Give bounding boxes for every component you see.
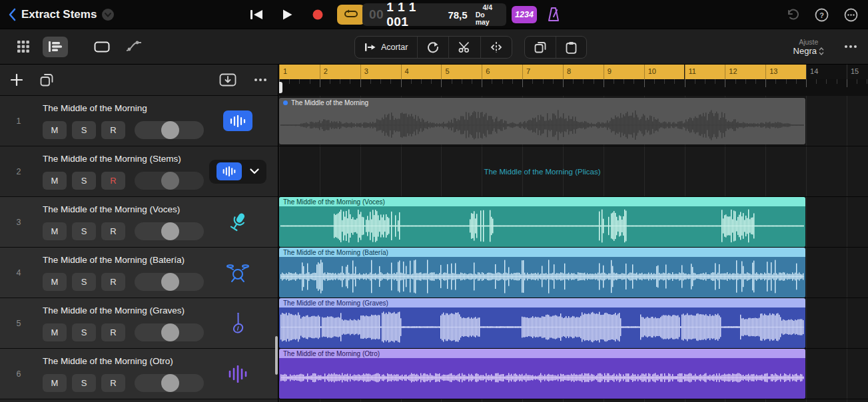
audio-region[interactable]: The Middle of the Morning (Otro) [279,349,805,399]
bar-number[interactable]: 1 [279,65,320,79]
track-name[interactable]: The Middle of the Morning (Voces) [43,204,180,214]
mute-button[interactable]: M [43,172,67,190]
track-row[interactable]: 6 The Middle of the Morning (Otro) M S R [0,349,278,399]
volume-knob[interactable] [161,273,179,291]
volume-knob[interactable] [161,121,179,139]
region-select-tool-icon[interactable] [89,37,115,57]
record-enable-button[interactable]: R [101,121,125,139]
track-icon-audio-waveform[interactable] [209,96,267,146]
mute-button[interactable]: M [43,323,67,341]
track-list-more-icon[interactable] [254,78,267,82]
lcd-display[interactable]: 00 1 1 1 001 78,5 4/4 Do may [362,3,506,26]
loop-region-icon[interactable] [418,37,449,58]
playhead-handle[interactable] [279,82,282,93]
volume-slider[interactable] [135,273,204,291]
bar-number[interactable]: 11 [685,65,725,79]
bar-number[interactable]: 7 [522,65,563,79]
bar-number[interactable]: 5 [441,65,482,79]
split-scissors-icon[interactable] [449,37,481,58]
join-regions-icon[interactable] [481,37,512,58]
track-icon-stack[interactable] [209,146,267,196]
region-lane[interactable]: The Middle of the Morning (Graves) [279,298,868,349]
more-options-icon[interactable] [843,7,859,23]
volume-knob[interactable] [161,323,179,341]
region-lane[interactable]: The Middle of the Morning (Voces) [279,197,868,248]
track-row[interactable]: 1 The Middle of the Morning M S R [0,96,278,146]
bar-number[interactable]: 13 [765,65,806,79]
add-track-button[interactable] [11,74,23,86]
solo-button[interactable]: S [72,374,96,392]
snap-control[interactable]: Ajuste Negra [793,37,824,56]
column-splitter-handle[interactable] [275,336,278,375]
track-icon-waveform[interactable] [209,349,267,399]
automation-tool-icon[interactable] [121,37,147,57]
region-lane[interactable]: The Middle of the Morning [279,96,868,146]
track-row[interactable]: 5 The Middle of the Morning (Graves) M S… [0,298,278,349]
record-enable-button[interactable]: R [101,374,125,392]
mute-button[interactable]: M [43,121,67,139]
copy-icon[interactable] [525,37,556,58]
bar-ruler-area[interactable]: 123456789101112131415 [279,65,868,96]
bar-number[interactable]: 2 [320,65,360,79]
record-enable-button[interactable]: R [101,172,125,190]
track-row[interactable]: 3 The Middle of the Morning (Voces) M S … [0,197,278,248]
track-row[interactable]: 2 The Middle of the Morning (Stems) M S … [0,146,278,197]
record-enable-button[interactable]: R [101,222,125,240]
trim-button[interactable]: Acortar [355,37,418,58]
record-enable-button[interactable]: R [101,323,125,341]
region-lane[interactable]: The Middle of the Morning (Otro) [279,349,868,399]
volume-slider[interactable] [135,121,204,139]
bar-number[interactable]: 8 [563,65,604,79]
help-icon[interactable]: ? [813,7,829,23]
browser-grid-icon[interactable] [11,37,36,57]
bar-number[interactable]: 14 [806,65,847,79]
volume-knob[interactable] [161,374,179,392]
go-to-beginning-button[interactable] [245,5,268,25]
solo-button[interactable]: S [72,323,96,341]
volume-knob[interactable] [161,222,179,240]
tracks-view-icon[interactable] [43,37,68,57]
track-name[interactable]: The Middle of the Morning (Graves) [43,305,185,315]
record-button[interactable] [306,5,329,25]
mute-button[interactable]: M [43,273,67,291]
mute-button[interactable]: M [43,374,67,392]
track-row[interactable]: 4 The Middle of the Morning (Batería) M … [0,248,278,298]
undo-icon[interactable] [784,7,800,23]
volume-slider[interactable] [135,374,204,392]
solo-button[interactable]: S [72,121,96,139]
audio-region[interactable]: The Middle of the Morning (Graves) [279,298,805,348]
count-in-button[interactable]: 1234 [512,6,537,23]
volume-slider[interactable] [135,323,204,341]
paste-clipboard-icon[interactable] [556,37,586,58]
back-icon[interactable] [8,8,16,21]
mute-button[interactable]: M [43,222,67,240]
track-icon-drums[interactable] [209,248,267,298]
region-lane[interactable]: The Middle of the Morning (Plicas) [279,146,868,197]
hide-tracks-icon[interactable] [219,73,236,87]
metronome-icon[interactable] [544,5,564,24]
toolbar-more-icon[interactable] [844,45,857,49]
volume-slider[interactable] [135,172,204,190]
bar-number[interactable]: 6 [482,65,522,79]
track-name[interactable]: The Middle of the Morning (Otro) [43,356,173,366]
collapse-stack-chevron-icon[interactable] [250,168,259,174]
solo-button[interactable]: S [72,222,96,240]
track-icon-bass[interactable] [209,298,267,348]
audio-region[interactable]: The Middle of the Morning (Batería) [279,248,805,298]
solo-button[interactable]: S [72,172,96,190]
track-name[interactable]: The Middle of the Morning (Stems) [43,154,181,164]
solo-button[interactable]: S [72,273,96,291]
record-enable-button[interactable]: R [101,273,125,291]
bar-number[interactable]: 12 [725,65,765,79]
volume-knob[interactable] [161,172,179,190]
bar-number[interactable]: 15 [847,65,868,79]
audio-region[interactable]: The Middle of the Morning [279,98,805,144]
play-button[interactable] [276,5,298,25]
bar-number[interactable]: 9 [604,65,644,79]
track-icon-microphone[interactable] [209,197,267,247]
bar-number[interactable]: 10 [644,65,685,79]
bar-number[interactable]: 4 [401,65,442,79]
duplicate-track-icon[interactable] [40,73,53,87]
project-menu-chevron-icon[interactable] [102,9,114,21]
audio-region[interactable]: The Middle of the Morning (Voces) [279,197,805,247]
